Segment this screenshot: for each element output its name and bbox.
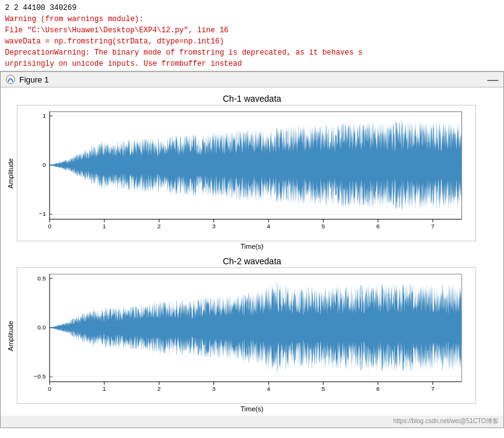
svg-text:2: 2 [158,223,161,230]
svg-text:3: 3 [212,223,216,230]
chart1-wrapper: Ch-1 wavedata Amplitude 1 [7,94,497,250]
svg-text:6: 6 [376,223,380,230]
chart2-x-label: Time(s) [241,405,264,413]
chart1-y-label: Amplitude [7,158,16,189]
svg-text:−0.5: −0.5 [34,373,46,380]
svg-text:7: 7 [431,385,434,392]
svg-text:1: 1 [42,112,46,119]
svg-point-0 [6,75,15,84]
console-deprecation-1: DeprecationWarning: The binary mode of f… [5,47,499,58]
charts-container: Ch-1 wavedata Amplitude 1 [1,87,503,416]
svg-text:5: 5 [322,223,325,230]
watermark-suffix: @51CTO博客 [460,418,498,424]
watermark-url: https://blog.csdn.net/wei [394,418,460,424]
chart1-body: Amplitude 1 0 [7,105,497,241]
svg-text:4: 4 [267,385,271,392]
chart1-area: 1 0 −1 0 [17,105,497,241]
svg-text:−1: −1 [39,210,47,217]
chart2-area: 0.5 0.0 −0.5 0 1 [17,267,497,404]
svg-text:6: 6 [376,385,380,392]
svg-text:0.5: 0.5 [37,275,46,282]
titlebar-left: Figure 1 [6,74,49,84]
svg-text:7: 7 [431,223,434,230]
svg-text:3: 3 [212,385,216,392]
console-deprecation-2: urprisingly on unicode inputs. Use fromb… [5,58,499,69]
svg-text:0: 0 [42,161,46,168]
console-warning-file: File "C:\Users\Huawei\Desktop\EXP4\12.py… [5,25,499,36]
chart2-body: Amplitude 0.5 0.0 −0.5 [7,267,497,404]
svg-text:5: 5 [322,385,325,392]
console-line-1: 2 2 44100 340269 [5,2,499,14]
console-warning-title: Warning (from warnings module): [5,14,499,25]
figure-titlebar: Figure 1 — [1,72,503,87]
chart1-svg: 1 0 −1 0 [17,105,476,241]
svg-text:0.0: 0.0 [37,324,46,331]
console-warning-code: waveData = np.fromstring(strData, dtype=… [5,36,499,47]
chart2-title: Ch-2 wavedata [223,256,281,266]
svg-text:2: 2 [158,385,161,392]
svg-text:1: 1 [102,385,106,392]
svg-text:4: 4 [267,223,271,230]
matplotlib-icon [6,74,16,84]
svg-text:0: 0 [48,385,52,392]
figure-title: Figure 1 [19,75,49,84]
svg-text:0: 0 [48,223,52,230]
chart2-y-label: Amplitude [7,321,16,351]
svg-text:1: 1 [102,223,106,230]
chart2-wrapper: Ch-2 wavedata Amplitude 0.5 0.0 −0.5 [7,256,497,413]
console-output: 2 2 44100 340269 Warning (from warnings … [0,0,504,71]
chart1-title: Ch-1 wavedata [223,94,281,104]
minimize-button[interactable]: — [487,74,498,85]
figure-window: Figure 1 — Ch-1 wavedata Amplitude 1 [0,71,504,428]
watermark: https://blog.csdn.net/wei@51CTO博客 [1,416,503,427]
chart2-svg: 0.5 0.0 −0.5 0 1 [17,267,476,404]
chart1-x-label: Time(s) [241,243,264,250]
